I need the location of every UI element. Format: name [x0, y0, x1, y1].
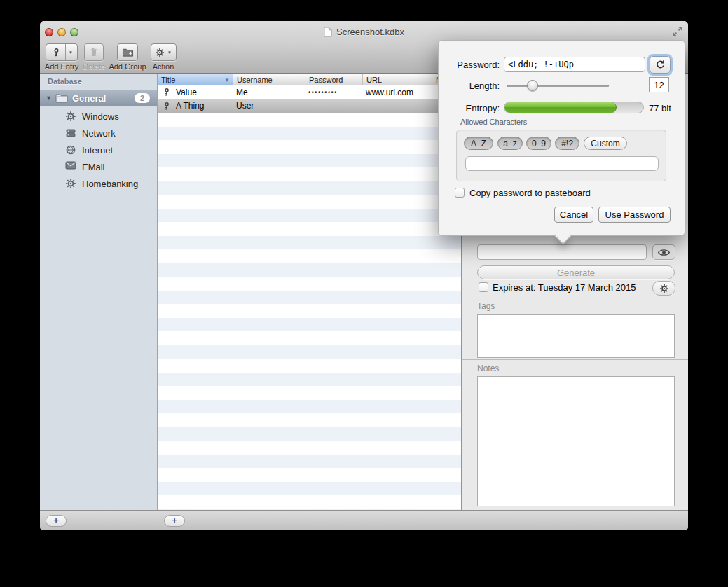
- regenerate-button[interactable]: [650, 56, 671, 74]
- cancel-button[interactable]: Cancel: [554, 207, 593, 223]
- gear-icon: [65, 111, 76, 122]
- generate-button[interactable]: Generate: [477, 265, 675, 279]
- notes-label: Notes: [477, 364, 499, 373]
- toolbar-delete: Delete: [81, 43, 107, 71]
- eye-icon: [657, 249, 671, 256]
- sidebar-item-homebanking[interactable]: Homebanking: [40, 175, 157, 192]
- slider-thumb[interactable]: [527, 80, 538, 91]
- titlebar: Screenshot.kdbx: [40, 21, 688, 42]
- key-icon: [48, 47, 65, 58]
- document-icon: [324, 27, 332, 37]
- trash-icon: [89, 47, 99, 57]
- expires-options-button[interactable]: [652, 281, 675, 296]
- globe-icon: [65, 144, 76, 156]
- allowed-characters-well: A–Z a–z 0–9 #!? Custom: [456, 130, 666, 181]
- gear-icon: [152, 48, 165, 57]
- sidebar-group-label: General: [72, 93, 135, 104]
- add-entry-label: Add Entry: [42, 62, 81, 71]
- toolbar-add-group: Add Group: [109, 43, 146, 71]
- password-label: Password:: [439, 60, 500, 70]
- tags-input[interactable]: [477, 314, 675, 358]
- cell-url: www.url.com: [366, 88, 413, 97]
- copy-password-checkbox[interactable]: ✓: [455, 188, 465, 198]
- action-button[interactable]: ▼: [151, 43, 177, 61]
- sidebar-section-header: Database: [48, 77, 82, 85]
- cell-password: •••••••••: [308, 89, 338, 96]
- bottom-bar-divider: [158, 511, 158, 530]
- column-header-url[interactable]: URL: [363, 74, 432, 85]
- delete-label: Delete: [81, 62, 107, 71]
- custom-characters-field[interactable]: [465, 156, 659, 171]
- refresh-icon: [655, 60, 666, 70]
- cell-title: Value: [176, 88, 197, 97]
- segment-symbols[interactable]: #!?: [555, 137, 579, 150]
- entropy-bar-fill: [504, 102, 617, 113]
- sidebar-item-label: Internet: [82, 145, 113, 156]
- length-label: Length:: [439, 81, 500, 91]
- sidebar-item-network[interactable]: Network: [40, 125, 157, 141]
- sidebar-item-label: Windows: [82, 111, 119, 122]
- gear-icon: [65, 178, 76, 189]
- table-body: Value Me ••••••••• www.url.com A Thing U…: [158, 85, 461, 510]
- segment-custom[interactable]: Custom: [584, 137, 627, 150]
- table-row-selected[interactable]: A Thing User: [158, 99, 461, 113]
- sidebar-item-label: EMail: [82, 162, 105, 172]
- server-icon: [65, 127, 76, 139]
- sidebar-item-email[interactable]: EMail: [40, 158, 157, 175]
- key-icon: [163, 87, 172, 97]
- entry-table: Title ▼ Username Password URL Notes Valu…: [158, 74, 461, 510]
- toolbar-action: ▼ Action: [149, 43, 177, 71]
- sidebar-item-internet[interactable]: Internet: [40, 141, 157, 158]
- action-label: Action: [149, 62, 177, 71]
- length-slider[interactable]: [507, 80, 609, 91]
- key-icon: [163, 101, 172, 111]
- column-header-username[interactable]: Username: [233, 74, 305, 85]
- section-divider: [462, 359, 688, 360]
- cell-username: Me: [236, 88, 248, 97]
- sidebar-item-windows[interactable]: Windows: [40, 108, 157, 125]
- chevron-down-icon[interactable]: ▼: [66, 50, 76, 55]
- expires-checkbox[interactable]: ✓: [479, 282, 488, 292]
- envelope-icon: [65, 161, 76, 172]
- cell-title: A Thing: [176, 101, 204, 111]
- window-title: Screenshot.kdbx: [336, 27, 404, 37]
- bottom-bar: + +: [40, 510, 688, 530]
- password-generator-popover: Password: Length: Entropy: 77 bit Allowe…: [438, 40, 685, 236]
- add-group-plus-button[interactable]: +: [46, 515, 67, 527]
- column-header-password[interactable]: Password: [305, 74, 363, 85]
- add-entry-plus-button[interactable]: +: [164, 515, 185, 527]
- folder-icon: [55, 93, 68, 103]
- entry-count-badge: 2: [135, 93, 150, 103]
- show-password-button[interactable]: [652, 244, 675, 260]
- length-value-field[interactable]: [649, 77, 669, 92]
- entropy-value: 77 bit: [649, 103, 671, 113]
- allowed-characters-label: Allowed Characters: [460, 118, 527, 126]
- generated-password-field[interactable]: [504, 57, 645, 72]
- chevron-down-icon: ▼: [165, 50, 174, 55]
- sidebar-item-label: Homebanking: [82, 179, 138, 189]
- table-row[interactable]: Value Me ••••••••• www.url.com: [158, 85, 461, 99]
- entropy-bar: [504, 102, 644, 113]
- notes-input[interactable]: [477, 376, 675, 506]
- delete-button[interactable]: [84, 43, 104, 61]
- toolbar-add-entry: ▼ Add Entry: [42, 43, 81, 71]
- segment-uppercase[interactable]: A–Z: [464, 137, 493, 150]
- slider-track: [507, 85, 609, 87]
- gear-icon: [659, 284, 669, 294]
- use-password-button[interactable]: Use Password: [598, 207, 671, 223]
- table-header: Title ▼ Username Password URL Notes: [158, 74, 461, 85]
- app-window: Screenshot.kdbx ▼ Add Entry Delete: [40, 21, 688, 530]
- disclosure-triangle-icon[interactable]: ▼: [46, 95, 55, 102]
- cell-username: User: [236, 101, 254, 111]
- column-header-title[interactable]: Title ▼: [158, 74, 233, 85]
- add-entry-button[interactable]: ▼: [46, 43, 78, 61]
- sidebar: Database ▼ General 2 Windows Networ: [40, 74, 158, 510]
- add-group-button[interactable]: [117, 43, 138, 61]
- segment-lowercase[interactable]: a–z: [497, 137, 523, 150]
- sidebar-item-label: Network: [82, 128, 116, 139]
- segment-digits[interactable]: 0–9: [526, 137, 551, 150]
- password-field[interactable]: [477, 244, 647, 260]
- fullscreen-icon[interactable]: [672, 26, 683, 37]
- entropy-label: Entropy:: [439, 103, 500, 113]
- sidebar-group-general[interactable]: ▼ General 2: [40, 90, 157, 106]
